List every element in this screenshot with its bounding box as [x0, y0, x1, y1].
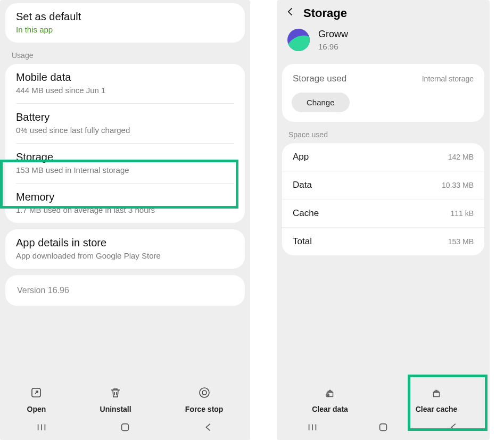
space-used-label: Space used [277, 125, 490, 140]
app-size-value: 142 MB [448, 153, 474, 161]
memory-sub: 1.7 MB used on average in last 3 hours [16, 205, 234, 214]
data-size-row: Data 10.33 MB [282, 171, 484, 199]
total-size-label: Total [293, 236, 312, 247]
bottom-action-bar: Open Uninstall Force stop [0, 379, 250, 417]
clear-data-button[interactable]: Clear data [293, 387, 367, 413]
total-size-row: Total 153 MB [282, 227, 484, 255]
force-stop-button[interactable]: Force stop [185, 386, 224, 413]
svg-point-1 [200, 388, 209, 397]
recents-nav-icon[interactable] [36, 421, 47, 436]
storage-header: Storage [277, 0, 490, 24]
app-details-sub: App downloaded from Google Play Store [16, 251, 234, 260]
storage-used-label: Storage used [293, 73, 346, 84]
memory-title: Memory [16, 191, 234, 203]
mobile-data-sub: 444 MB used since Jun 1 [16, 86, 234, 95]
storage-title: Storage [16, 151, 234, 163]
cache-size-value: 111 kB [450, 209, 474, 218]
version-row: Version 16.96 [5, 275, 245, 306]
total-size-value: 153 MB [448, 237, 474, 246]
svg-point-2 [202, 391, 206, 395]
app-info-screen: Set as default In this app Usage Mobile … [0, 0, 250, 440]
app-details-row[interactable]: App details in store App downloaded from… [5, 229, 245, 269]
uninstall-button[interactable]: Uninstall [100, 386, 131, 413]
svg-rect-3 [122, 424, 129, 430]
open-label: Open [27, 405, 46, 413]
groww-app-icon [287, 29, 310, 51]
data-size-value: 10.33 MB [442, 181, 474, 189]
usage-section-label: Usage [0, 46, 250, 61]
set-as-default-title: Set as default [16, 11, 234, 23]
data-size-label: Data [293, 180, 312, 190]
clear-cache-button[interactable]: Clear cache [399, 387, 474, 413]
storage-screen: Storage Groww 16.96 Storage used Interna… [277, 0, 490, 440]
set-as-default-row[interactable]: Set as default In this app [5, 3, 245, 43]
cache-size-row: Cache 111 kB [282, 199, 484, 227]
mobile-data-row[interactable]: Mobile data 444 MB used since Jun 1 [5, 64, 245, 103]
app-size-row: App 142 MB [282, 143, 484, 171]
open-button[interactable]: Open [27, 386, 46, 413]
back-icon[interactable] [285, 6, 296, 20]
app-name: Groww [318, 29, 348, 40]
clear-data-label: Clear data [312, 405, 348, 413]
storage-used-value: Internal storage [422, 74, 474, 83]
storage-sub: 153 MB used in Internal storage [16, 165, 234, 175]
open-icon [30, 386, 43, 401]
system-navbar [277, 417, 490, 440]
svg-rect-5 [380, 424, 387, 430]
clear-cache-icon [431, 387, 442, 401]
storage-row[interactable]: Storage 153 MB used in Internal storage [5, 144, 245, 183]
clear-data-icon [324, 387, 336, 401]
recents-nav-icon[interactable] [307, 421, 318, 436]
cache-size-label: Cache [293, 208, 319, 219]
uninstall-label: Uninstall [100, 405, 131, 413]
trash-icon [109, 386, 122, 401]
app-version: 16.96 [318, 42, 348, 51]
battery-row[interactable]: Battery 0% used since last fully charged [5, 104, 245, 143]
mobile-data-title: Mobile data [16, 71, 234, 84]
app-row: Groww 16.96 [277, 24, 490, 62]
battery-title: Battery [16, 111, 234, 123]
storage-header-title: Storage [303, 6, 347, 20]
battery-sub: 0% used since last fully charged [16, 126, 234, 135]
back-nav-icon[interactable] [448, 421, 460, 436]
system-navbar [0, 417, 250, 440]
force-stop-label: Force stop [185, 405, 224, 413]
storage-action-bar: Clear data Clear cache [277, 378, 490, 417]
stop-icon [198, 386, 211, 401]
home-nav-icon[interactable] [119, 421, 131, 436]
storage-used-row: Storage used Internal storage [282, 64, 484, 89]
change-button[interactable]: Change [292, 93, 350, 112]
app-details-title: App details in store [16, 237, 234, 249]
set-as-default-sub: In this app [16, 25, 234, 34]
clear-cache-label: Clear cache [416, 405, 458, 413]
app-size-label: App [293, 152, 309, 162]
home-nav-icon[interactable] [377, 421, 389, 436]
memory-row[interactable]: Memory 1.7 MB used on average in last 3 … [5, 184, 245, 223]
back-nav-icon[interactable] [203, 421, 214, 436]
